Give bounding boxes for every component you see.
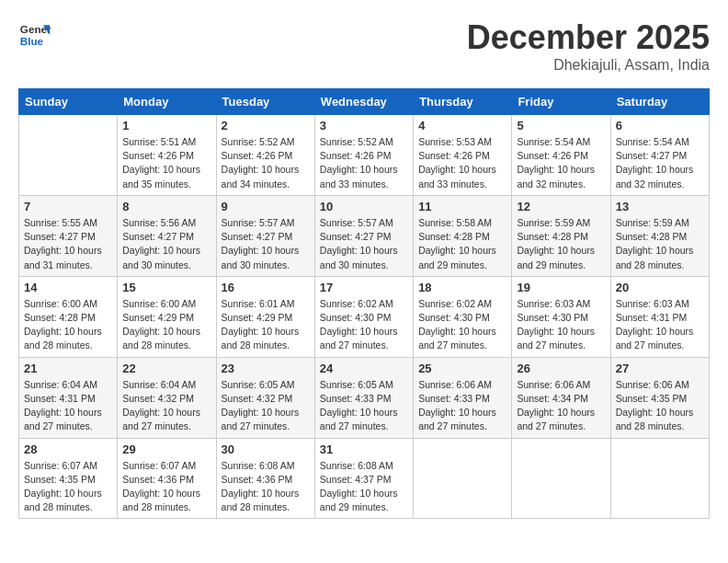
calendar-cell: 31Sunrise: 6:08 AM Sunset: 4:37 PM Dayli… bbox=[314, 438, 413, 519]
day-info: Sunrise: 5:52 AM Sunset: 4:26 PM Dayligh… bbox=[320, 135, 408, 191]
calendar-cell: 16Sunrise: 6:01 AM Sunset: 4:29 PM Dayli… bbox=[216, 276, 314, 357]
calendar-cell: 6Sunrise: 5:54 AM Sunset: 4:27 PM Daylig… bbox=[610, 115, 709, 196]
calendar-cell: 24Sunrise: 6:05 AM Sunset: 4:33 PM Dayli… bbox=[314, 357, 413, 438]
month-title: December 2025 bbox=[467, 18, 710, 57]
weekday-header: Tuesday bbox=[216, 89, 314, 115]
day-number: 11 bbox=[418, 200, 506, 213]
calendar-cell: 29Sunrise: 6:07 AM Sunset: 4:36 PM Dayli… bbox=[118, 438, 216, 519]
day-info: Sunrise: 6:03 AM Sunset: 4:30 PM Dayligh… bbox=[517, 297, 605, 353]
calendar-cell: 13Sunrise: 5:59 AM Sunset: 4:28 PM Dayli… bbox=[610, 195, 709, 276]
day-info: Sunrise: 6:06 AM Sunset: 4:33 PM Dayligh… bbox=[418, 378, 506, 434]
day-number: 2 bbox=[222, 119, 310, 132]
calendar-cell: 2Sunrise: 5:52 AM Sunset: 4:26 PM Daylig… bbox=[216, 115, 314, 196]
calendar-cell: 7Sunrise: 5:55 AM Sunset: 4:27 PM Daylig… bbox=[19, 195, 118, 276]
calendar-cell: 19Sunrise: 6:03 AM Sunset: 4:30 PM Dayli… bbox=[512, 276, 610, 357]
calendar-cell bbox=[19, 115, 118, 196]
day-info: Sunrise: 5:56 AM Sunset: 4:27 PM Dayligh… bbox=[122, 216, 210, 272]
calendar-cell bbox=[512, 438, 610, 519]
weekday-header: Friday bbox=[512, 89, 610, 115]
calendar-week-row: 28Sunrise: 6:07 AM Sunset: 4:35 PM Dayli… bbox=[19, 438, 710, 519]
day-info: Sunrise: 6:07 AM Sunset: 4:36 PM Dayligh… bbox=[122, 459, 210, 515]
calendar-cell bbox=[414, 438, 512, 519]
calendar-cell: 30Sunrise: 6:08 AM Sunset: 4:36 PM Dayli… bbox=[216, 438, 314, 519]
calendar-cell: 26Sunrise: 6:06 AM Sunset: 4:34 PM Dayli… bbox=[512, 357, 610, 438]
day-number: 1 bbox=[122, 119, 210, 132]
calendar-cell: 23Sunrise: 6:05 AM Sunset: 4:32 PM Dayli… bbox=[216, 357, 314, 438]
day-info: Sunrise: 6:02 AM Sunset: 4:30 PM Dayligh… bbox=[418, 297, 506, 353]
calendar-cell: 10Sunrise: 5:57 AM Sunset: 4:27 PM Dayli… bbox=[314, 195, 413, 276]
day-number: 14 bbox=[24, 281, 112, 294]
day-number: 17 bbox=[320, 281, 408, 294]
day-info: Sunrise: 6:02 AM Sunset: 4:30 PM Dayligh… bbox=[320, 297, 408, 353]
calendar-week-row: 1Sunrise: 5:51 AM Sunset: 4:26 PM Daylig… bbox=[19, 115, 710, 196]
day-number: 28 bbox=[24, 442, 112, 456]
calendar-cell: 15Sunrise: 6:00 AM Sunset: 4:29 PM Dayli… bbox=[118, 276, 216, 357]
day-info: Sunrise: 6:05 AM Sunset: 4:32 PM Dayligh… bbox=[222, 378, 310, 434]
calendar-cell: 18Sunrise: 6:02 AM Sunset: 4:30 PM Dayli… bbox=[414, 276, 512, 357]
calendar-cell: 25Sunrise: 6:06 AM Sunset: 4:33 PM Dayli… bbox=[414, 357, 512, 438]
day-number: 9 bbox=[222, 200, 310, 213]
day-number: 22 bbox=[122, 362, 210, 375]
day-info: Sunrise: 6:08 AM Sunset: 4:36 PM Dayligh… bbox=[222, 459, 310, 515]
day-number: 15 bbox=[122, 281, 210, 294]
day-info: Sunrise: 5:55 AM Sunset: 4:27 PM Dayligh… bbox=[24, 216, 112, 272]
day-info: Sunrise: 5:54 AM Sunset: 4:27 PM Dayligh… bbox=[616, 135, 704, 191]
day-number: 4 bbox=[418, 119, 506, 132]
day-info: Sunrise: 5:53 AM Sunset: 4:26 PM Dayligh… bbox=[418, 135, 506, 191]
day-info: Sunrise: 6:01 AM Sunset: 4:29 PM Dayligh… bbox=[222, 297, 310, 353]
location: Dhekiajuli, Assam, India bbox=[467, 57, 710, 74]
day-info: Sunrise: 6:06 AM Sunset: 4:34 PM Dayligh… bbox=[517, 378, 605, 434]
calendar-cell: 9Sunrise: 5:57 AM Sunset: 4:27 PM Daylig… bbox=[216, 195, 314, 276]
weekday-header: Saturday bbox=[610, 89, 709, 115]
day-info: Sunrise: 6:04 AM Sunset: 4:32 PM Dayligh… bbox=[122, 378, 210, 434]
weekday-header: Sunday bbox=[19, 89, 118, 115]
calendar-cell: 11Sunrise: 5:58 AM Sunset: 4:28 PM Dayli… bbox=[414, 195, 512, 276]
day-number: 26 bbox=[517, 362, 605, 375]
calendar-cell: 12Sunrise: 5:59 AM Sunset: 4:28 PM Dayli… bbox=[512, 195, 610, 276]
weekday-header: Wednesday bbox=[314, 89, 413, 115]
day-number: 21 bbox=[24, 362, 112, 375]
day-number: 29 bbox=[122, 442, 210, 456]
day-info: Sunrise: 6:00 AM Sunset: 4:28 PM Dayligh… bbox=[24, 297, 112, 353]
day-info: Sunrise: 6:00 AM Sunset: 4:29 PM Dayligh… bbox=[122, 297, 210, 353]
day-number: 7 bbox=[24, 200, 112, 213]
calendar-table: SundayMondayTuesdayWednesdayThursdayFrid… bbox=[18, 88, 710, 519]
weekday-header: Monday bbox=[118, 89, 216, 115]
day-number: 3 bbox=[320, 119, 408, 132]
title-block: December 2025 Dhekiajuli, Assam, India bbox=[467, 18, 710, 74]
day-info: Sunrise: 6:08 AM Sunset: 4:37 PM Dayligh… bbox=[320, 459, 408, 515]
day-number: 25 bbox=[418, 362, 506, 375]
day-info: Sunrise: 6:07 AM Sunset: 4:35 PM Dayligh… bbox=[24, 459, 112, 515]
calendar-cell: 17Sunrise: 6:02 AM Sunset: 4:30 PM Dayli… bbox=[314, 276, 413, 357]
calendar-cell: 21Sunrise: 6:04 AM Sunset: 4:31 PM Dayli… bbox=[19, 357, 118, 438]
day-number: 18 bbox=[418, 281, 506, 294]
day-number: 24 bbox=[320, 362, 408, 375]
day-number: 20 bbox=[616, 281, 704, 294]
calendar-cell: 28Sunrise: 6:07 AM Sunset: 4:35 PM Dayli… bbox=[19, 438, 118, 519]
weekday-header: Thursday bbox=[414, 89, 512, 115]
logo-icon: General Blue bbox=[18, 18, 51, 52]
calendar-week-row: 21Sunrise: 6:04 AM Sunset: 4:31 PM Dayli… bbox=[19, 357, 710, 438]
day-info: Sunrise: 5:52 AM Sunset: 4:26 PM Dayligh… bbox=[222, 135, 310, 191]
calendar-cell: 8Sunrise: 5:56 AM Sunset: 4:27 PM Daylig… bbox=[118, 195, 216, 276]
day-number: 6 bbox=[616, 119, 704, 132]
calendar-cell: 27Sunrise: 6:06 AM Sunset: 4:35 PM Dayli… bbox=[610, 357, 709, 438]
calendar-cell: 1Sunrise: 5:51 AM Sunset: 4:26 PM Daylig… bbox=[118, 115, 216, 196]
calendar-cell: 4Sunrise: 5:53 AM Sunset: 4:26 PM Daylig… bbox=[414, 115, 512, 196]
day-info: Sunrise: 5:59 AM Sunset: 4:28 PM Dayligh… bbox=[616, 216, 704, 272]
day-number: 5 bbox=[517, 119, 605, 132]
day-info: Sunrise: 6:03 AM Sunset: 4:31 PM Dayligh… bbox=[616, 297, 704, 353]
day-number: 8 bbox=[122, 200, 210, 213]
day-number: 27 bbox=[616, 362, 704, 375]
day-info: Sunrise: 6:05 AM Sunset: 4:33 PM Dayligh… bbox=[320, 378, 408, 434]
day-number: 23 bbox=[222, 362, 310, 375]
day-info: Sunrise: 5:51 AM Sunset: 4:26 PM Dayligh… bbox=[122, 135, 210, 191]
day-info: Sunrise: 6:06 AM Sunset: 4:35 PM Dayligh… bbox=[616, 378, 704, 434]
calendar-week-row: 7Sunrise: 5:55 AM Sunset: 4:27 PM Daylig… bbox=[19, 195, 710, 276]
day-number: 31 bbox=[320, 442, 408, 456]
day-number: 10 bbox=[320, 200, 408, 213]
svg-text:Blue: Blue bbox=[20, 35, 44, 47]
page-header: General Blue December 2025 Dhekiajuli, A… bbox=[18, 18, 710, 74]
calendar-cell: 20Sunrise: 6:03 AM Sunset: 4:31 PM Dayli… bbox=[610, 276, 709, 357]
calendar-cell: 5Sunrise: 5:54 AM Sunset: 4:26 PM Daylig… bbox=[512, 115, 610, 196]
